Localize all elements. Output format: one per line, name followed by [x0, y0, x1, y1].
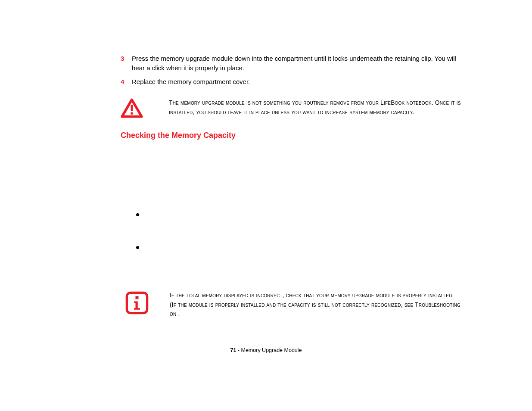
bullet-list [136, 211, 461, 251]
page-number: 71 [230, 347, 236, 353]
info-icon [125, 291, 151, 317]
step-text: Replace the memory compartment cover. [132, 77, 461, 87]
bullet-icon [136, 213, 139, 216]
ordered-list-item: 3 Press the memory upgrade module down i… [121, 54, 461, 73]
section-heading: Checking the Memory Capacity [121, 131, 461, 140]
info-callout: If the total memory displayed is incorre… [121, 291, 461, 318]
list-item [136, 211, 461, 218]
bullet-icon [136, 246, 139, 249]
step-number: 4 [121, 77, 132, 87]
warning-icon [121, 98, 143, 120]
page-footer: 71 - Memory Upgrade Module [0, 347, 532, 353]
svg-rect-3 [136, 296, 139, 299]
bullet-text [147, 243, 461, 251]
svg-point-1 [131, 112, 133, 115]
warning-callout: The memory upgrade module is not somethi… [121, 98, 461, 120]
footer-title: Memory Upgrade Module [241, 347, 302, 353]
list-item [136, 243, 461, 251]
warning-text: The memory upgrade module is not somethi… [169, 98, 461, 117]
bullet-text [147, 211, 461, 218]
svg-rect-0 [131, 105, 133, 111]
footer-sep: - [236, 347, 241, 353]
ordered-list-item: 4 Replace the memory compartment cover. [121, 77, 461, 87]
info-text: If the total memory displayed is incorre… [170, 291, 461, 318]
step-number: 3 [121, 54, 132, 73]
page-content: 3 Press the memory upgrade module down i… [121, 54, 461, 318]
step-text: Press the memory upgrade module down int… [132, 54, 461, 73]
spacer [121, 151, 461, 211]
